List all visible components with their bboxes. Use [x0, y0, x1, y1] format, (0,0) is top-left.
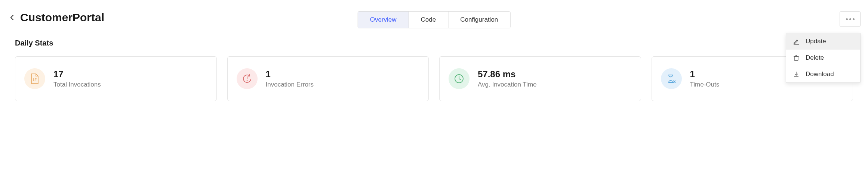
stat-card-avg-invocation-time: 57.86 ms Avg. Invocation Time: [439, 56, 641, 101]
stat-text: 57.86 ms Avg. Invocation Time: [478, 69, 537, 88]
more-menu-dropdown: Update Delete Download: [786, 33, 861, 83]
tabs: Overview Code Configuration: [358, 11, 511, 28]
stat-card-total-invocations: 17 Total Invocations: [15, 56, 217, 101]
tabs-container: Overview Code Configuration: [358, 11, 511, 28]
stat-label: Total Invocations: [53, 81, 101, 88]
tab-code[interactable]: Code: [409, 12, 449, 28]
dropdown-item-delete[interactable]: Delete: [786, 50, 860, 66]
dropdown-item-label: Update: [806, 38, 826, 45]
section-title: Daily Stats: [15, 39, 861, 47]
stat-label: Time-Outs: [690, 81, 720, 88]
stat-value: 57.86 ms: [478, 69, 537, 79]
stat-card-invocation-errors: 1 Invocation Errors: [227, 56, 429, 101]
stat-value: 1: [690, 69, 720, 79]
stat-label: Invocation Errors: [266, 81, 314, 88]
chevron-left-icon: [10, 15, 14, 21]
tab-configuration[interactable]: Configuration: [448, 12, 510, 28]
clock-icon: [449, 68, 470, 89]
stats-grid: 17 Total Invocations 1 Invocation Errors: [15, 56, 853, 101]
ellipsis-icon: [846, 18, 855, 20]
edit-icon: [793, 38, 800, 45]
download-icon: [793, 71, 800, 78]
file-icon: [24, 68, 45, 89]
error-refresh-icon: [237, 68, 258, 89]
page-title: CustomerPortal: [20, 11, 104, 24]
stat-value: 17: [53, 69, 101, 79]
svg-point-7: [246, 80, 247, 81]
stat-value: 1: [266, 69, 314, 79]
stat-text: 1 Time-Outs: [690, 69, 720, 88]
tab-overview[interactable]: Overview: [358, 12, 409, 28]
svg-rect-1: [794, 56, 798, 60]
back-button[interactable]: [7, 13, 16, 22]
timeout-icon: [661, 68, 682, 89]
stat-text: 17 Total Invocations: [53, 69, 101, 88]
more-menu-button[interactable]: [840, 11, 861, 27]
trash-icon: [793, 54, 800, 61]
stat-text: 1 Invocation Errors: [266, 69, 314, 88]
dropdown-item-update[interactable]: Update: [786, 33, 860, 50]
dropdown-item-label: Download: [806, 70, 834, 78]
dropdown-item-download[interactable]: Download: [786, 66, 860, 82]
dropdown-item-label: Delete: [806, 54, 824, 62]
stat-label: Avg. Invocation Time: [478, 81, 537, 88]
